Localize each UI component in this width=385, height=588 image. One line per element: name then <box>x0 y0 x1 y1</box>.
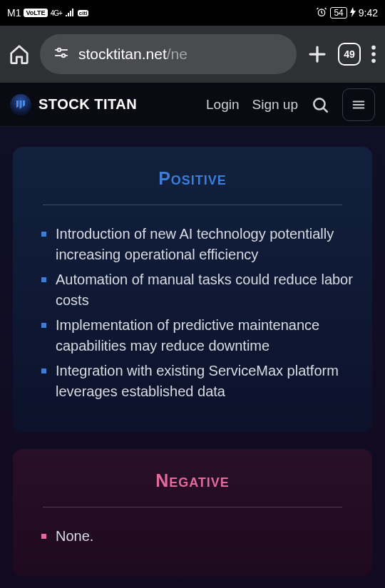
svg-point-6 <box>371 52 376 56</box>
login-link[interactable]: Login <box>206 97 240 113</box>
url-text: stocktitan.net/ne <box>78 46 188 63</box>
browser-toolbar: stocktitan.net/ne 49 <box>0 26 385 83</box>
negative-card: Negative None. <box>13 449 372 577</box>
list-item: None. <box>38 526 354 547</box>
list-item: Automation of manual tasks could reduce … <box>38 269 354 311</box>
svg-point-4 <box>62 54 65 57</box>
new-tab-icon[interactable] <box>307 43 328 65</box>
search-icon[interactable] <box>311 96 329 114</box>
brand-name: STOCK TITAN <box>38 96 137 113</box>
site-settings-icon[interactable] <box>53 44 70 64</box>
hamburger-menu-icon[interactable] <box>342 88 375 121</box>
address-bar[interactable]: stocktitan.net/ne <box>40 34 297 74</box>
android-status-bar: M1 VoLTE 4G+ citi 54 9:42 <box>0 0 385 26</box>
clock: 9:42 <box>359 7 378 19</box>
divider <box>43 205 342 205</box>
page-content: Positive Introduction of new AI technolo… <box>0 127 385 588</box>
divider <box>43 507 342 507</box>
battery-level: 54 <box>330 7 346 19</box>
home-icon[interactable] <box>9 43 30 65</box>
alarm-icon <box>316 6 327 20</box>
citi-badge: citi <box>78 10 89 16</box>
svg-point-2 <box>58 48 61 51</box>
positive-card: Positive Introduction of new AI technolo… <box>13 147 372 432</box>
signup-link[interactable]: Sign up <box>252 97 298 113</box>
negative-heading: Negative <box>31 470 354 491</box>
site-header: STOCK TITAN Login Sign up <box>0 83 385 127</box>
tab-switcher[interactable]: 49 <box>338 43 361 66</box>
signal-icon <box>65 7 75 19</box>
svg-point-7 <box>371 59 376 63</box>
negative-list: None. <box>31 526 354 547</box>
browser-menu-icon[interactable] <box>371 44 376 64</box>
network-label: 4G+ <box>51 9 62 17</box>
svg-point-5 <box>371 46 376 50</box>
charging-icon <box>350 7 356 19</box>
positive-list: Introduction of new AI technology potent… <box>31 224 354 402</box>
positive-heading: Positive <box>31 168 354 189</box>
brand[interactable]: STOCK TITAN <box>10 94 137 115</box>
brand-logo-icon <box>10 94 31 115</box>
list-item: Implementation of predictive maintenance… <box>38 315 354 356</box>
list-item: Integration with existing ServiceMax pla… <box>38 361 354 402</box>
list-item: Introduction of new AI technology potent… <box>38 224 354 265</box>
volte-badge: VoLTE <box>24 9 47 17</box>
carrier-label: M1 <box>7 7 21 19</box>
